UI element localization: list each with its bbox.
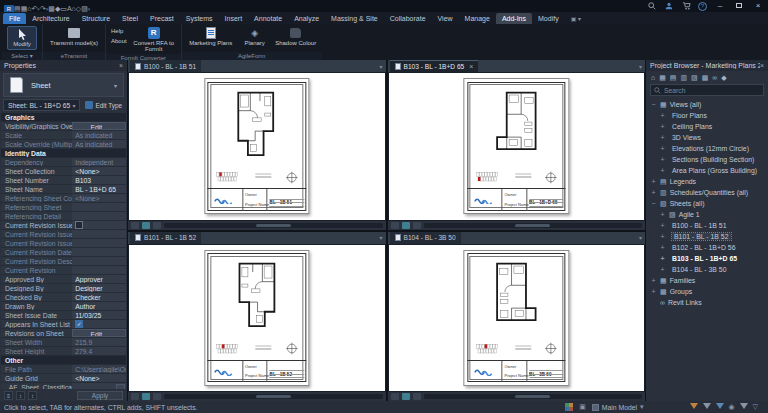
expand-collapse-icon[interactable]: +	[659, 145, 666, 152]
planary-button[interactable]: ◈ Planary	[240, 26, 270, 50]
tree-item[interactable]: + B103 - BL - 1B+D 65	[646, 253, 768, 264]
pb-views-icon[interactable]: ▦	[659, 73, 666, 82]
properties-close-icon[interactable]: ×	[119, 62, 123, 69]
marketing-plans-button[interactable]: Marketing Plans	[187, 26, 235, 50]
tree-item[interactable]: + B100 - BL - 1B 51	[646, 220, 768, 231]
apply-button[interactable]: Apply	[77, 391, 123, 400]
shadow-colour-button[interactable]: Shadow Colour	[275, 26, 317, 50]
tree-item[interactable]: − ▧ Sheets (all)	[646, 198, 768, 209]
ribbon-tab[interactable]: Insert	[219, 13, 249, 24]
scale-icon[interactable]	[131, 393, 139, 400]
select-underlay-icon[interactable]	[703, 403, 711, 409]
expand-collapse-icon[interactable]: +	[650, 277, 657, 284]
expand-collapse-icon[interactable]: +	[659, 266, 666, 273]
drawing-canvas[interactable]: OwnerProject Name BL - 1B 52	[128, 244, 386, 393]
horizontal-scrollbar[interactable]	[164, 223, 383, 228]
Referencing Sheet Collecti...[interactable]: Referencing Sheet Collecti... <None>	[1, 194, 126, 203]
horizontal-scrollbar[interactable]	[424, 394, 643, 399]
tree-item[interactable]: + ▨ Agile 1	[646, 209, 768, 220]
sun-path-icon[interactable]	[413, 222, 421, 229]
ribbon-tab[interactable]: Analyze	[288, 13, 325, 24]
ribbon-display-options-icon[interactable]: ▣ ▾	[571, 15, 581, 24]
sheet-b101[interactable]: OwnerProject Name BL - 1B 52	[204, 250, 309, 386]
store-cart-icon[interactable]	[681, 2, 691, 11]
sort-grouping-icon[interactable]: ↕	[28, 391, 37, 400]
Current Revision Date[interactable]: Current Revision Date	[1, 248, 126, 257]
horizontal-scrollbar[interactable]	[164, 394, 383, 399]
Approved By[interactable]: Approved By Approver	[1, 275, 126, 284]
Visibility/Graphics Overrides[interactable]: Visibility/Graphics Overrides Edit...	[1, 122, 126, 131]
expand-collapse-icon[interactable]: +	[659, 222, 666, 229]
close-view-icon[interactable]: ×	[469, 63, 473, 70]
Sheet Height[interactable]: Sheet Height 279.4	[1, 347, 126, 356]
Referencing Detail[interactable]: Referencing Detail	[1, 212, 126, 221]
search-box[interactable]	[650, 84, 764, 96]
sort-ascending-icon[interactable]: ↕	[16, 391, 25, 400]
Drawn By[interactable]: Drawn By Author	[1, 302, 126, 311]
viewport-menu-icon[interactable]: ▾	[379, 234, 385, 241]
ribbon-tab[interactable]: View	[432, 13, 459, 24]
expand-collapse-icon[interactable]: +	[659, 233, 666, 240]
viewport-tab[interactable]: B103 - BL - 1B+D 65×	[390, 60, 479, 72]
expand-collapse-icon[interactable]: +	[659, 156, 666, 163]
select-by-face-icon[interactable]: ◉	[729, 403, 735, 411]
Designed By[interactable]: Designed By Designer	[1, 284, 126, 293]
Sheet Name[interactable]: Sheet Name BL - 1B+D 65	[1, 185, 126, 194]
tree-item[interactable]: + Elevations (12mm Circle)	[646, 143, 768, 154]
tree-item[interactable]: − ▦ Views (all)	[646, 99, 768, 110]
tree-item[interactable]: ∞ Revit Links	[646, 297, 768, 308]
ribbon-tab[interactable]: Architecture	[26, 13, 75, 24]
pb-settings-icon[interactable]: ◆	[721, 73, 726, 82]
sheet-b104[interactable]: OwnerProject Name BL - 3B 50	[464, 250, 569, 386]
drag-on-selection-icon[interactable]	[740, 403, 748, 409]
select-pinned-icon[interactable]	[716, 403, 724, 409]
pb-families-icon[interactable]: ▨	[691, 73, 698, 82]
worksets-icon[interactable]	[565, 403, 573, 411]
tree-item[interactable]: + Floor Plans	[646, 110, 768, 121]
edit-type-button[interactable]: Edit Type	[83, 99, 124, 111]
pb-home-icon[interactable]: ⌂	[651, 73, 655, 82]
viewport-tab[interactable]: B101 - BL - 1B 52	[130, 232, 201, 244]
panel-label-select[interactable]: Select ▾	[2, 52, 42, 60]
Identity Data[interactable]: Identity Data	[1, 149, 126, 158]
convert-rfa-button[interactable]: R Convert RFA to FormIt	[132, 26, 176, 52]
visual-style-icon[interactable]	[142, 393, 150, 400]
sun-path-icon[interactable]	[153, 222, 161, 229]
visual-style-icon[interactable]	[142, 222, 150, 229]
scale-icon[interactable]	[391, 222, 399, 229]
type-selector[interactable]: Sheet ▾	[3, 73, 124, 97]
properties-help-icon[interactable]: ≡	[4, 391, 13, 400]
visual-style-icon[interactable]	[402, 222, 410, 229]
help-icon[interactable]: ?	[698, 2, 707, 11]
about-button[interactable]: About	[111, 38, 127, 45]
scale-icon[interactable]	[131, 222, 139, 229]
expand-collapse-icon[interactable]: +	[659, 211, 666, 218]
Revisions on Sheet[interactable]: Revisions on Sheet Edit...	[1, 329, 126, 338]
pb-links-icon[interactable]: ∞	[712, 73, 717, 82]
ribbon-tab[interactable]: File	[3, 13, 26, 24]
tree-item[interactable]: + 3D Views	[646, 132, 768, 143]
tree-item[interactable]: + ▩ Groups	[646, 286, 768, 297]
ribbon-tab[interactable]: Massing & Site	[325, 13, 384, 24]
expand-collapse-icon[interactable]: +	[659, 244, 666, 251]
pb-sheets-icon[interactable]: ▤	[670, 73, 677, 82]
expand-collapse-icon[interactable]: +	[659, 255, 666, 262]
Guide Grid[interactable]: Guide Grid <None>	[1, 374, 126, 383]
ribbon-tab[interactable]: Collaborate	[384, 13, 432, 24]
modify-button[interactable]: Modify	[7, 26, 37, 50]
expand-collapse-icon[interactable]: +	[659, 167, 666, 174]
pb-groups-icon[interactable]: ▩	[702, 73, 709, 82]
minimize-button[interactable]: –	[714, 1, 726, 11]
tree-item[interactable]: + ▤ Legends	[646, 176, 768, 187]
Sheet Collection[interactable]: Sheet Collection <None>	[1, 167, 126, 176]
Current Revision Descripti...[interactable]: Current Revision Descripti...	[1, 257, 126, 266]
project-browser-close-icon[interactable]: ×	[760, 62, 764, 69]
sheet-b103[interactable]: OwnerProject Name BL - 1B+D 65	[464, 78, 569, 214]
Dependency[interactable]: Dependency Independent	[1, 158, 126, 167]
ribbon-tab[interactable]: Add-Ins	[496, 13, 532, 24]
drawing-canvas[interactable]: OwnerProject Name BL - 1B+D 65	[388, 72, 646, 221]
scale-icon[interactable]	[391, 393, 399, 400]
search-icon[interactable]	[647, 2, 657, 11]
Checked By[interactable]: Checked By Checker	[1, 293, 126, 302]
close-button[interactable]: ×	[752, 1, 764, 11]
